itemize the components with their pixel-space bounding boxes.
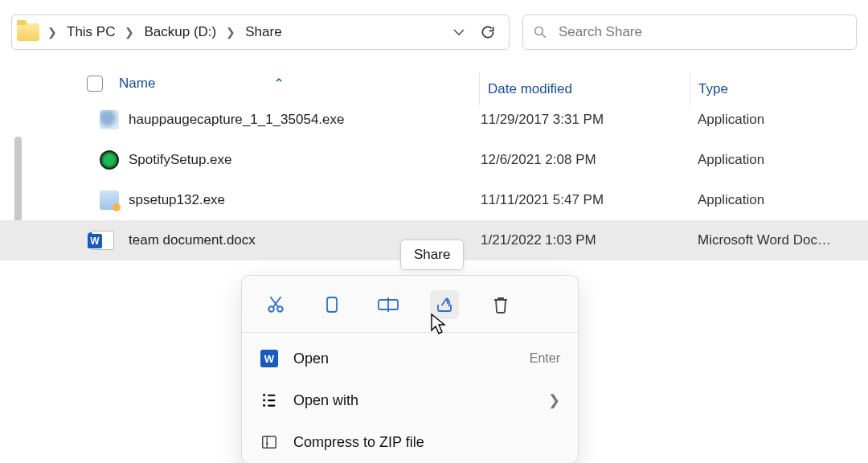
file-date: 12/6/2021 2:08 PM bbox=[481, 152, 596, 168]
select-all-checkbox[interactable] bbox=[87, 76, 103, 92]
svg-rect-14 bbox=[268, 405, 275, 407]
file-type: Application bbox=[698, 152, 858, 168]
file-date: 1/21/2022 1:03 PM bbox=[481, 232, 596, 248]
chevron-right-icon[interactable]: ❯ bbox=[44, 26, 60, 39]
share-button[interactable] bbox=[430, 290, 459, 319]
file-name: spsetup132.exe bbox=[129, 192, 225, 208]
search-icon bbox=[533, 25, 547, 39]
share-tooltip: Share bbox=[400, 240, 464, 270]
file-type: Application bbox=[698, 192, 858, 208]
folder-icon bbox=[17, 23, 39, 41]
svg-line-1 bbox=[542, 34, 546, 38]
copy-button[interactable] bbox=[317, 290, 346, 319]
share-icon bbox=[434, 295, 455, 314]
file-date: 11/29/2017 3:31 PM bbox=[481, 112, 604, 128]
menu-item-label: Open with bbox=[293, 392, 534, 409]
menu-separator bbox=[242, 332, 578, 333]
sort-indicator-icon: ⌃ bbox=[273, 68, 285, 100]
svg-rect-6 bbox=[327, 297, 337, 312]
file-row[interactable]: SpotifySetup.exe12/6/2021 2:08 PMApplica… bbox=[0, 140, 868, 180]
refresh-button[interactable] bbox=[475, 19, 501, 45]
copy-icon bbox=[322, 294, 342, 315]
svg-point-17 bbox=[266, 443, 268, 445]
chevron-right-icon: ❯ bbox=[548, 391, 560, 409]
word-icon: W bbox=[260, 350, 278, 367]
rename-button[interactable] bbox=[374, 290, 403, 319]
rename-icon bbox=[377, 295, 399, 314]
delete-icon bbox=[491, 294, 510, 315]
svg-point-10 bbox=[263, 399, 265, 402]
file-row[interactable]: spsetup132.exe11/11/2021 5:47 PMApplicat… bbox=[0, 180, 868, 220]
svg-rect-12 bbox=[268, 395, 275, 396]
file-type-icon bbox=[100, 110, 119, 129]
menu-item-open-with[interactable]: Open with❯ bbox=[242, 379, 578, 421]
file-type: Microsoft Word Doc… bbox=[698, 232, 858, 248]
search-input[interactable]: Search Share bbox=[522, 14, 857, 50]
cut-icon bbox=[265, 294, 286, 315]
column-header-name[interactable]: Name bbox=[119, 68, 155, 100]
file-name: SpotifySetup.exe bbox=[129, 152, 232, 168]
address-bar[interactable]: ❯ This PC ❯ Backup (D:) ❯ Share bbox=[11, 14, 510, 50]
file-type: Application bbox=[698, 112, 858, 128]
menu-item-label: Open bbox=[293, 350, 515, 367]
delete-button[interactable] bbox=[486, 290, 515, 319]
svg-point-9 bbox=[263, 394, 265, 396]
file-name: hauppaugecapture_1_1_35054.exe bbox=[129, 112, 344, 128]
menu-item-open[interactable]: WOpenEnter bbox=[242, 338, 578, 379]
file-type-icon bbox=[100, 191, 119, 210]
menu-item-label: Compress to ZIP file bbox=[293, 434, 560, 451]
file-date: 11/11/2021 5:47 PM bbox=[481, 192, 604, 208]
chevron-right-icon[interactable]: ❯ bbox=[121, 26, 137, 39]
chevron-right-icon[interactable]: ❯ bbox=[223, 26, 239, 39]
file-type-icon bbox=[100, 150, 119, 170]
svg-point-11 bbox=[263, 404, 265, 407]
breadcrumb-segment[interactable]: Share bbox=[242, 24, 285, 40]
file-name: team document.docx bbox=[129, 232, 256, 248]
file-type-icon bbox=[92, 231, 114, 250]
zip-icon bbox=[260, 433, 278, 451]
breadcrumb-segment[interactable]: Backup (D:) bbox=[141, 24, 219, 40]
file-row[interactable]: hauppaugecapture_1_1_35054.exe11/29/2017… bbox=[0, 100, 868, 140]
column-headers: Name ⌃ Date modified Type bbox=[0, 68, 868, 100]
history-dropdown-button[interactable] bbox=[446, 19, 472, 45]
context-menu: WOpenEnterOpen with❯Compress to ZIP file bbox=[241, 275, 579, 463]
svg-point-0 bbox=[535, 27, 543, 35]
menu-item-accelerator: Enter bbox=[530, 351, 560, 366]
svg-rect-13 bbox=[268, 399, 275, 401]
cut-button[interactable] bbox=[261, 290, 290, 319]
breadcrumb-segment[interactable]: This PC bbox=[63, 24, 118, 40]
open-with-icon bbox=[260, 391, 278, 409]
svg-rect-15 bbox=[263, 436, 276, 449]
menu-item-compress-to-zip-file[interactable]: Compress to ZIP file bbox=[242, 421, 578, 463]
search-placeholder: Search Share bbox=[559, 24, 642, 40]
